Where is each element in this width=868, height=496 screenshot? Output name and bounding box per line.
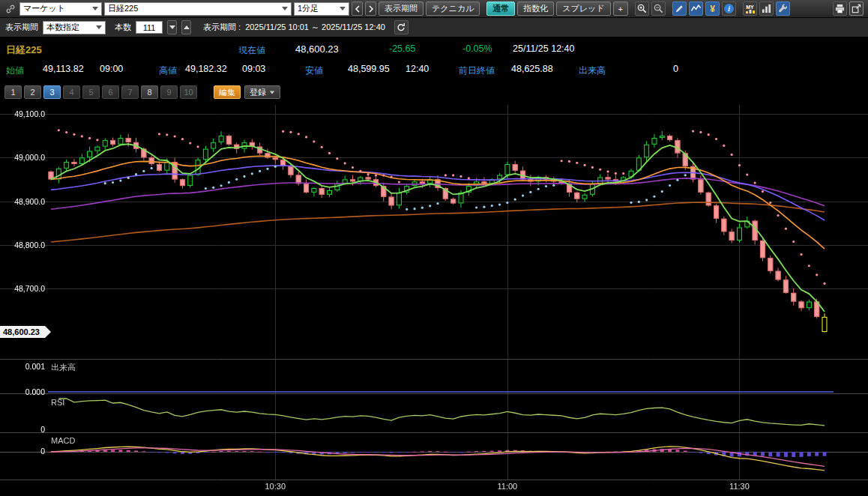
range-label: 表示期間 : (203, 22, 241, 33)
chevron-down-icon (340, 7, 346, 10)
open-time: 09:00 (100, 64, 123, 74)
edit-button[interactable]: 編集 (214, 85, 241, 99)
info-glyph: i (724, 4, 734, 13)
symbol-name: 日経225 (6, 43, 42, 57)
bar-chart-icon[interactable] (759, 1, 774, 16)
display-period-button[interactable]: 表示期間 (379, 1, 424, 16)
zoom-out-icon[interactable] (651, 1, 666, 16)
chevron-down-icon (270, 91, 274, 94)
macd-axis-tick: 0 (0, 447, 45, 456)
chevron-down-icon (282, 7, 288, 10)
volume-label: 出来高 (579, 64, 606, 77)
time-axis-tick: 11:30 (717, 482, 762, 491)
symbol-select[interactable]: 日経225 (104, 2, 292, 16)
printer-icon[interactable] (833, 1, 847, 16)
high-label: 高値 (159, 64, 177, 77)
high-time: 09:03 (242, 64, 265, 74)
count-up-button[interactable] (181, 20, 191, 34)
price-axis-tick: 48,800.0 (0, 241, 45, 249)
volume-axis-tick: 0.001 (0, 362, 45, 371)
popout-icon[interactable] (849, 1, 864, 16)
reload-icon[interactable] (394, 20, 409, 34)
chart-tab-5[interactable]: 5 (82, 85, 100, 99)
open-label: 始値 (6, 64, 24, 77)
period-label: 表示期間 (5, 22, 38, 33)
price-chart-canvas[interactable] (0, 105, 868, 496)
high-value: 49,182.32 (185, 64, 227, 74)
chart-tabs: 12345678910 (4, 85, 197, 99)
volume-axis-tick: 0.000 (0, 387, 45, 396)
chart-tab-2[interactable]: 2 (24, 85, 41, 99)
chart-tab-7[interactable]: 7 (121, 85, 139, 99)
volume-value: 0 (673, 64, 678, 74)
my-label: MY (746, 4, 754, 10)
range-value: 2025/11/25 10:01 ～ 2025/11/25 12:40 (245, 22, 385, 33)
register-button-label: 登録 (250, 87, 266, 98)
count-mode-select[interactable]: 本数指定 (43, 21, 106, 34)
volume-pane-label: 出来高 (51, 362, 76, 373)
spread-button[interactable]: スプレッド (556, 1, 610, 16)
quote-panel: 日経225 現在値 48,600.23 -25.65 -0.05% 25/11/… (0, 37, 868, 84)
prev-close-value: 48,625.88 (511, 64, 553, 74)
macd-pane-label: MACD (51, 436, 75, 445)
open-value: 49,113.82 (43, 64, 84, 74)
price-axis-tick: 48,900.0 (0, 197, 45, 206)
add-button[interactable]: + (613, 1, 628, 16)
indexed-button[interactable]: 指数化 (517, 1, 554, 16)
triangle-down-icon (169, 25, 175, 29)
chart-tab-8[interactable]: 8 (141, 85, 158, 99)
price-axis-tick: 48,700.0 (0, 284, 45, 293)
info-icon[interactable]: i (722, 1, 736, 16)
chart-tab-9[interactable]: 9 (160, 85, 178, 99)
count-down-button[interactable] (167, 20, 177, 34)
wrench-icon[interactable] (776, 1, 790, 16)
price-change-value: -25.65 (389, 43, 415, 54)
low-label: 安値 (305, 64, 323, 77)
yen-icon[interactable]: ¥ (705, 1, 720, 16)
triangle-up-icon (184, 25, 190, 29)
current-price-value: 48,600.23 (295, 43, 339, 55)
count-mode-value: 本数指定 (46, 22, 79, 33)
prev-close-label: 前日終値 (459, 64, 495, 77)
chevron-left-icon (355, 5, 361, 13)
normal-mode-button[interactable]: 通常 (486, 1, 515, 16)
prev-button[interactable] (352, 1, 363, 16)
chevron-down-icon (96, 25, 102, 29)
low-time: 12:40 (406, 64, 429, 74)
next-button[interactable] (365, 1, 376, 16)
link-icon[interactable] (3, 1, 17, 16)
market-select[interactable]: マーケット (19, 2, 102, 16)
chart-tab-10[interactable]: 10 (180, 85, 197, 99)
trendline-icon[interactable] (689, 1, 703, 16)
symbol-select-value: 日経225 (108, 3, 138, 14)
market-select-value: マーケット (23, 3, 65, 14)
main-toolbar: マーケット 日経225 1分足 表示期間 テクニカル 通常 指数化 スプレッド … (0, 0, 868, 18)
tab-row: 12345678910 編集 登録 (4, 85, 280, 100)
rsi-axis-tick: 0 (0, 425, 45, 434)
my-chart-icon[interactable]: MY (743, 1, 757, 16)
bar-count-input[interactable] (136, 21, 163, 34)
chart-tab-1[interactable]: 1 (4, 85, 22, 99)
time-axis-tick: 10:30 (253, 482, 298, 491)
price-change-percent: -0.05% (462, 43, 492, 54)
pencil-icon[interactable] (672, 1, 687, 16)
current-price-label: 現在値 (238, 44, 265, 57)
zoom-in-icon[interactable] (635, 1, 649, 16)
yen-glyph: ¥ (710, 4, 715, 13)
current-price-tag: 48,600.23 (0, 326, 51, 338)
chart-tab-4[interactable]: 4 (63, 85, 80, 99)
chevron-right-icon (368, 5, 374, 13)
quote-timestamp: 25/11/25 12:40 (513, 43, 574, 54)
price-axis-tick: 49,000.0 (0, 153, 45, 162)
technical-button[interactable]: テクニカル (426, 1, 480, 16)
chart-tab-6[interactable]: 6 (102, 85, 119, 99)
chart-region: 49,100.049,000.048,900.048,800.048,700.0… (0, 105, 868, 496)
register-button[interactable]: 登録 (244, 85, 280, 99)
count-label: 本数 (115, 22, 131, 33)
chevron-down-icon (92, 7, 98, 10)
time-axis-tick: 11:00 (485, 482, 530, 491)
interval-select[interactable]: 1分足 (294, 2, 349, 16)
interval-select-value: 1分足 (298, 3, 319, 14)
price-axis-tick: 49,100.0 (0, 109, 45, 118)
chart-tab-3[interactable]: 3 (43, 85, 61, 99)
